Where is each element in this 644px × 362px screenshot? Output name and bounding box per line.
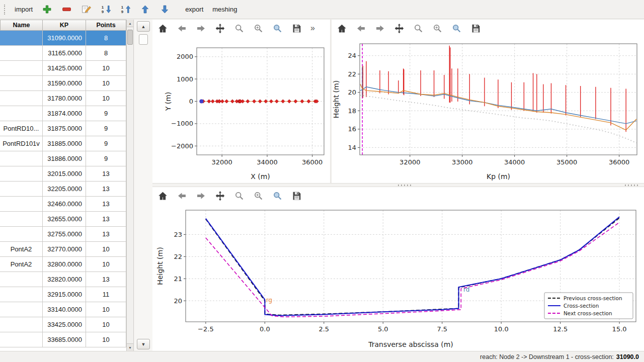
- sort-ascending-button[interactable]: 19: [116, 2, 135, 17]
- toolbar-drag-handle[interactable]: [4, 5, 6, 15]
- back-button[interactable]: [176, 22, 188, 35]
- table-row[interactable]: 31886.00009: [0, 151, 126, 166]
- cell-points[interactable]: 11: [86, 287, 126, 302]
- save-button[interactable]: [469, 22, 481, 35]
- table-row[interactable]: 32205.000013: [0, 182, 126, 197]
- customize-button[interactable]: [271, 22, 283, 35]
- cell-kp[interactable]: 31090.0000: [43, 31, 86, 46]
- cell-kp[interactable]: 31590.0000: [43, 76, 86, 91]
- cell-name[interactable]: PontRD101v: [0, 136, 43, 151]
- cell-points[interactable]: 8: [86, 31, 126, 46]
- pane-splitter-handle[interactable]: [139, 34, 148, 45]
- cell-points[interactable]: 13: [86, 272, 126, 287]
- add-cross-section-button[interactable]: [38, 2, 56, 17]
- cell-name[interactable]: [0, 332, 43, 347]
- table-scrollbar[interactable]: ▲ ▼: [126, 20, 133, 351]
- customize-button[interactable]: [271, 189, 283, 202]
- remove-cross-section-button[interactable]: [57, 2, 76, 17]
- table-row[interactable]: 33425.000010: [0, 317, 126, 332]
- table-row[interactable]: PontRD101v31885.00009: [0, 136, 126, 151]
- table-row[interactable]: 32460.000013: [0, 197, 126, 212]
- pan-button[interactable]: [214, 22, 226, 35]
- cell-kp[interactable]: 32755.0000: [43, 227, 86, 242]
- cell-kp[interactable]: 33140.0000: [43, 302, 86, 317]
- cell-name[interactable]: [0, 106, 43, 121]
- cell-kp[interactable]: 32655.0000: [43, 212, 86, 227]
- sort-descending-button[interactable]: 19: [97, 2, 115, 17]
- cell-kp[interactable]: 31885.0000: [43, 136, 86, 151]
- subplots-button[interactable]: [252, 22, 264, 35]
- cell-kp[interactable]: 32460.0000: [43, 197, 86, 212]
- cell-points[interactable]: 10: [86, 317, 126, 332]
- cell-kp[interactable]: 31165.0000: [43, 46, 86, 61]
- cell-name[interactable]: PontA2: [0, 242, 43, 257]
- cell-points[interactable]: 13: [86, 227, 126, 242]
- cell-name[interactable]: [0, 287, 43, 302]
- scrollbar-thumb[interactable]: [127, 30, 133, 45]
- cell-name[interactable]: [0, 151, 43, 166]
- cell-name[interactable]: [0, 227, 43, 242]
- table-row[interactable]: PontA232770.000010: [0, 242, 126, 257]
- table-row[interactable]: 31780.000010: [0, 91, 126, 106]
- cell-points[interactable]: 8: [86, 46, 126, 61]
- cell-points[interactable]: 10: [86, 91, 126, 106]
- toolbar-overflow-chevron[interactable]: »: [310, 24, 315, 33]
- cell-kp[interactable]: 32205.0000: [43, 182, 86, 197]
- cell-name[interactable]: [0, 61, 43, 76]
- cell-kp[interactable]: 33685.0000: [43, 332, 86, 347]
- cell-kp[interactable]: 32770.0000: [43, 242, 86, 257]
- home-button[interactable]: [336, 22, 348, 35]
- table-row[interactable]: 31165.00008: [0, 46, 126, 61]
- column-header-name[interactable]: Name: [0, 20, 43, 31]
- plan-view-chart[interactable]: 320003400036000−2000−1000010002000X (m)Y…: [152, 37, 330, 185]
- cell-kp[interactable]: 32800.0000: [43, 257, 86, 272]
- cell-name[interactable]: [0, 76, 43, 91]
- pan-button[interactable]: [214, 189, 226, 202]
- zoom-button[interactable]: [233, 22, 245, 35]
- table-row[interactable]: 31590.000010: [0, 76, 126, 91]
- table-row[interactable]: 33140.000010: [0, 302, 126, 317]
- cell-points[interactable]: 9: [86, 136, 126, 151]
- cell-points[interactable]: 9: [86, 151, 126, 166]
- cell-name[interactable]: [0, 31, 43, 46]
- cell-name[interactable]: [0, 317, 43, 332]
- save-button[interactable]: [290, 189, 302, 202]
- pane-scroll-down-button[interactable]: ▼: [137, 339, 150, 349]
- cell-points[interactable]: 10: [86, 76, 126, 91]
- cell-name[interactable]: PontA2: [0, 257, 43, 272]
- cell-kp[interactable]: 31886.0000: [43, 151, 86, 166]
- zoom-button[interactable]: [233, 189, 245, 202]
- cell-points[interactable]: 9: [86, 106, 126, 121]
- save-button[interactable]: [290, 22, 302, 35]
- table-row[interactable]: 31090.00008: [0, 31, 126, 46]
- subplots-button[interactable]: [431, 22, 443, 35]
- cell-kp[interactable]: 33425.0000: [43, 317, 86, 332]
- cell-kp[interactable]: 31780.0000: [43, 91, 86, 106]
- cell-points[interactable]: 9: [86, 121, 126, 136]
- cell-kp[interactable]: 32015.0000: [43, 166, 86, 182]
- customize-button[interactable]: [450, 22, 462, 35]
- edit-cross-section-button[interactable]: [77, 2, 96, 17]
- cell-name[interactable]: [0, 197, 43, 212]
- cell-name[interactable]: [0, 91, 43, 106]
- back-button[interactable]: [355, 22, 367, 35]
- table-row[interactable]: PontRD10...31875.00009: [0, 121, 126, 136]
- horizontal-splitter[interactable]: [152, 183, 644, 187]
- cross-section-chart[interactable]: −2.50.02.55.07.510.012.515.020212223rgrd…: [152, 204, 644, 352]
- export-button[interactable]: export: [181, 4, 207, 15]
- cross-section-table[interactable]: 31090.0000831165.0000831425.00001031590.…: [0, 31, 126, 351]
- column-header-points[interactable]: Points: [86, 20, 126, 31]
- table-row[interactable]: 32655.000013: [0, 212, 126, 227]
- column-header-kp[interactable]: KP: [43, 20, 86, 31]
- cell-points[interactable]: 10: [86, 61, 126, 76]
- cell-name[interactable]: [0, 166, 43, 182]
- cell-name[interactable]: [0, 302, 43, 317]
- forward-button[interactable]: [195, 22, 207, 35]
- move-up-button[interactable]: [136, 2, 154, 17]
- cell-kp[interactable]: 32820.0000: [43, 272, 86, 287]
- table-row[interactable]: 32915.000011: [0, 287, 126, 302]
- move-down-button[interactable]: [155, 2, 174, 17]
- long-profile-chart[interactable]: 3200033000340003500036000141618202224Kp …: [332, 37, 644, 185]
- import-button[interactable]: import: [11, 4, 37, 15]
- cell-points[interactable]: 10: [86, 257, 126, 272]
